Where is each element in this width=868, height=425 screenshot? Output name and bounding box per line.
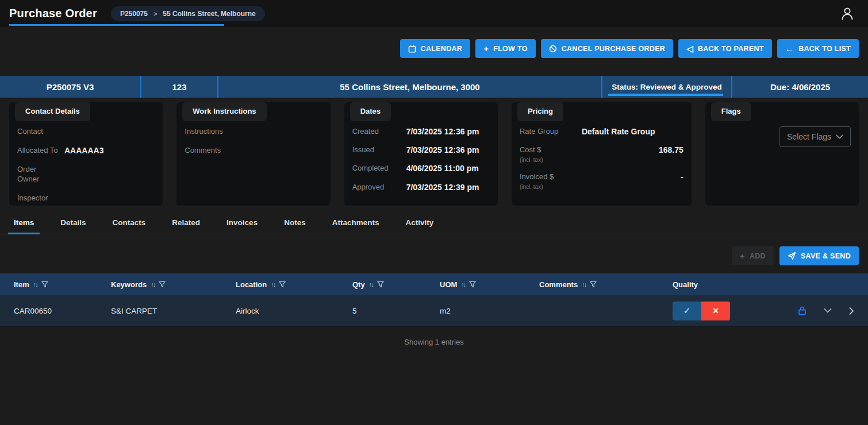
quality-pass-button[interactable]: ✓ [673, 302, 701, 320]
contact-label: Contact [17, 126, 60, 137]
top-navigation-bar: Purchase Order P250075 > 55 Collins Stre… [0, 0, 868, 27]
column-header-keywords[interactable]: Keywords ↑↓ [111, 280, 236, 289]
check-icon: ✓ [683, 306, 691, 316]
tab-details[interactable]: Details [55, 211, 91, 234]
calendar-button-label: CALENDAR [421, 45, 463, 53]
sort-icon[interactable]: ↑↓ [582, 281, 586, 288]
plus-icon: + [483, 44, 489, 53]
sort-icon[interactable]: ↑↓ [271, 281, 275, 288]
lock-icon [798, 306, 806, 316]
column-header-quality: Quality [673, 280, 868, 289]
chevron-right-icon [849, 307, 854, 315]
plus-icon: + [740, 252, 745, 260]
filter-icon[interactable] [590, 281, 597, 288]
save-and-send-button[interactable]: SAVE & SEND [779, 246, 859, 265]
column-header-uom[interactable]: UOM ↑↓ [440, 280, 539, 289]
flow-to-button[interactable]: + FLOW TO [475, 39, 536, 58]
cell-location: Airlock [236, 307, 352, 315]
detail-tabs: Items Details Contacts Related Invoices … [0, 211, 868, 234]
cell-keywords: S&I CARPET [111, 307, 236, 315]
column-header-comments[interactable]: Comments ↑↓ [539, 280, 673, 289]
cost-label: Cost $(incl. tax) [520, 145, 577, 164]
column-header-qty[interactable]: Qty ↑↓ [352, 280, 440, 289]
row-icons [798, 306, 854, 316]
tab-notes[interactable]: Notes [278, 211, 312, 234]
send-icon [788, 252, 796, 260]
column-header-location[interactable]: Location ↑↓ [236, 280, 352, 289]
issued-label: Issued [352, 145, 402, 155]
back-to-parent-button[interactable]: ◁ BACK TO PARENT [678, 39, 772, 58]
sort-icon[interactable]: ↑↓ [151, 281, 155, 288]
cancel-purchase-order-button[interactable]: CANCEL PURCHASE ORDER [541, 39, 673, 58]
items-actions: + ADD SAVE & SEND [0, 234, 868, 265]
filter-icon[interactable] [279, 281, 286, 288]
contact-details-title: Contact Details [15, 102, 90, 121]
sort-icon[interactable]: ↑↓ [461, 281, 465, 288]
flow-to-button-label: FLOW TO [493, 45, 528, 53]
instructions-label: Instructions [185, 126, 227, 137]
tab-activity[interactable]: Activity [400, 211, 439, 234]
chevron-down-icon [836, 134, 843, 139]
contact-details-panel: Contact Details Contact Allocated ToAAAA… [9, 102, 163, 206]
cost-value: 168.75 [582, 145, 683, 164]
sort-icon[interactable]: ↑↓ [369, 281, 373, 288]
back-arrow-icon: ← [785, 44, 794, 53]
x-icon: ✕ [712, 306, 719, 315]
inspector-value [64, 193, 155, 203]
tab-invoices[interactable]: Invoices [221, 211, 263, 234]
filter-icon[interactable] [469, 281, 476, 288]
user-menu-button[interactable] [838, 5, 857, 23]
completed-label: Completed [352, 163, 402, 173]
tab-items[interactable]: Items [8, 211, 40, 234]
select-flags-dropdown[interactable]: Select Flags [779, 126, 851, 147]
add-button[interactable]: + ADD [732, 246, 774, 265]
summary-reference: 123 [140, 76, 217, 98]
pricing-panel: Pricing Rate Group Default Rate Group Co… [512, 102, 692, 206]
invoiced-value: - [582, 172, 683, 191]
save-and-send-label: SAVE & SEND [801, 252, 851, 260]
table-row[interactable]: CAR00650 S&I CARPET Airlock 5 m2 ✓ ✕ [0, 295, 868, 327]
cell-qty: 5 [352, 307, 440, 315]
chevron-down-icon [824, 308, 832, 314]
tab-related[interactable]: Related [166, 211, 206, 234]
tab-contacts[interactable]: Contacts [107, 211, 152, 234]
status-badge: Status: Reviewed & Approved [612, 83, 722, 91]
column-header-item[interactable]: Item ↑↓ [14, 280, 111, 289]
filter-icon[interactable] [377, 281, 384, 288]
order-owner-value [64, 164, 155, 184]
table-footer: Showing 1 entries [0, 327, 868, 357]
sort-icon[interactable]: ↑↓ [33, 281, 37, 288]
summary-order-id: P250075 V3 [0, 76, 140, 98]
breadcrumb[interactable]: P250075 > 55 Collins Street, Melbourne [111, 6, 265, 21]
contact-value [64, 126, 155, 137]
cancel-icon [549, 45, 557, 53]
issued-value: 7/03/2025 12:36 pm [406, 145, 490, 155]
completed-value: 4/06/2025 11:00 pm [406, 163, 490, 173]
instructions-value [232, 126, 322, 137]
breadcrumb-location[interactable]: 55 Collins Street, Melbourne [163, 10, 255, 18]
invoiced-sublabel: (incl. tax) [520, 183, 577, 191]
back-to-list-label: BACK TO LIST [798, 45, 851, 53]
back-to-list-button[interactable]: ← BACK TO LIST [777, 39, 859, 58]
summary-address: 55 Collins Street, Melbourne, 3000 [217, 76, 601, 98]
summary-due-date: Due: 4/06/2025 [731, 76, 868, 98]
rate-group-value: Default Rate Group [582, 126, 683, 137]
work-instructions-title: Work Instructions [182, 102, 266, 121]
back-to-parent-label: BACK TO PARENT [698, 45, 764, 53]
quality-fail-button[interactable]: ✕ [701, 302, 730, 320]
breadcrumb-order-id[interactable]: P250075 [120, 10, 148, 18]
status-underline [608, 94, 723, 96]
cancel-purchase-order-label: CANCEL PURCHASE ORDER [562, 45, 665, 53]
filter-icon[interactable] [41, 281, 48, 288]
cost-sublabel: (incl. tax) [520, 156, 577, 164]
expand-row-button[interactable] [824, 308, 832, 314]
allocated-to-value: AAAAAA3 [64, 145, 155, 156]
calendar-button[interactable]: CALENDAR [400, 39, 471, 58]
filter-icon[interactable] [159, 281, 166, 288]
tab-attachments[interactable]: Attachments [327, 211, 385, 234]
lock-button[interactable] [798, 306, 806, 316]
dates-title: Dates [350, 102, 391, 121]
open-row-button[interactable] [849, 307, 854, 315]
info-panels: Contact Details Contact Allocated ToAAAA… [9, 102, 859, 206]
quality-toggle: ✓ ✕ [673, 302, 730, 320]
